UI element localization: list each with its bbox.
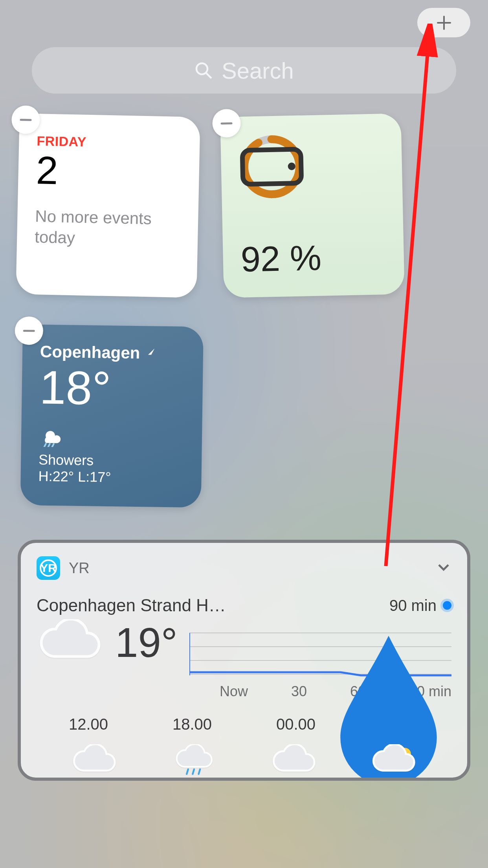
yr-legacy-widget[interactable]: YR YR Copenhagen Strand H… 90 min 19° — [18, 540, 470, 781]
cloud-icon — [270, 744, 317, 778]
battery-percent: 92 % — [240, 236, 387, 280]
remove-widget-button[interactable] — [15, 316, 43, 345]
svg-point-0 — [196, 63, 207, 74]
cloud-icon — [71, 744, 118, 778]
svg-line-10 — [187, 769, 188, 774]
calendar-widget[interactable]: FRIDAY 2 No more events today — [16, 113, 200, 298]
battery-widget[interactable]: 92 % — [220, 113, 405, 298]
phone-icon — [238, 133, 305, 200]
remove-widget-button[interactable] — [212, 109, 241, 138]
cloud-sun-icon — [370, 744, 417, 778]
weather-city: Copenhagen — [40, 342, 186, 363]
battery-ring — [238, 133, 305, 200]
live-dot-icon — [443, 601, 451, 610]
calendar-day-number: 2 — [36, 150, 182, 193]
svg-line-12 — [199, 769, 200, 774]
cloud-rain-icon — [171, 744, 218, 778]
remove-widget-button[interactable] — [11, 105, 40, 134]
yr-temp: 19° — [115, 619, 178, 666]
location-arrow-icon — [144, 347, 156, 359]
yr-app-name: YR — [69, 560, 90, 577]
weather-temp: 18° — [39, 364, 185, 413]
weather-widget[interactable]: Copenhagen 18° Showers H:22° L:17° — [20, 324, 204, 508]
calendar-message: No more events today — [35, 206, 181, 250]
add-widget-button[interactable] — [417, 8, 470, 37]
weather-condition: Showers — [39, 452, 184, 470]
svg-point-4 — [288, 162, 295, 170]
precipitation-chart — [189, 625, 451, 684]
yr-location: Copenhagen Strand H… — [37, 596, 378, 615]
showers-icon — [39, 427, 63, 447]
cloud-icon — [37, 619, 103, 666]
search-field[interactable]: Search — [32, 47, 456, 94]
hour-forecast-icons — [37, 744, 451, 778]
chevron-down-icon — [436, 559, 451, 575]
svg-line-11 — [193, 769, 194, 774]
plus-icon — [435, 14, 453, 31]
search-icon — [194, 61, 213, 80]
yr-app-icon: YR — [37, 556, 60, 580]
yr-duration: 90 min — [389, 597, 451, 614]
search-placeholder: Search — [222, 57, 294, 84]
weather-high-low: H:22° L:17° — [38, 468, 184, 487]
collapse-button[interactable] — [436, 559, 451, 577]
